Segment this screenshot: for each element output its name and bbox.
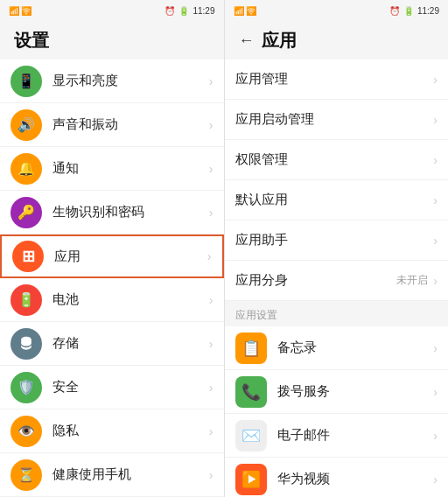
app-helper-label: 应用助手	[235, 232, 434, 248]
signal-icon: 📶	[9, 6, 19, 16]
app-item-email[interactable]: ✉️ 电子邮件 ›	[225, 414, 449, 458]
battery-arrow: ›	[209, 293, 214, 307]
storage-arrow: ›	[209, 337, 214, 351]
permission-label: 权限管理	[235, 151, 434, 168]
video-label: 华为视频	[277, 471, 434, 487]
wifi-icon: 🛜	[21, 6, 32, 16]
privacy-arrow: ›	[209, 424, 214, 438]
right-time: 11:29	[417, 6, 439, 16]
settings-item-sound[interactable]: 🔊 声音和振动 ›	[0, 103, 224, 147]
menu-item-permission[interactable]: 权限管理 ›	[225, 140, 449, 180]
sound-arrow: ›	[209, 118, 214, 132]
menu-item-app-manage[interactable]: 应用管理 ›	[225, 60, 449, 100]
notification-label: 通知	[52, 160, 209, 177]
security-arrow: ›	[209, 381, 214, 395]
left-panel: 📶 🛜 ⏰ 🔋 11:29 设置 📱 显示和亮度 › 🔊 声音和振动 › 🔔 通…	[0, 0, 224, 497]
display-arrow: ›	[209, 74, 214, 88]
sound-label: 声音和振动	[52, 116, 209, 133]
email-arrow: ›	[433, 429, 438, 443]
app-clone-badge: 未开启	[396, 273, 428, 288]
notes-icon: 📋	[235, 332, 267, 364]
settings-item-notification[interactable]: 🔔 通知 ›	[0, 147, 224, 191]
apps-arrow: ›	[207, 249, 212, 263]
left-status-signal: 📶 🛜	[9, 6, 32, 16]
app-item-video[interactable]: ▶️ 华为视频 ›	[225, 458, 449, 497]
display-label: 显示和亮度	[52, 73, 209, 89]
health-icon: ⏳	[10, 459, 42, 491]
biometric-arrow: ›	[209, 206, 214, 220]
email-label: 电子邮件	[277, 427, 434, 444]
dialer-label: 拨号服务	[277, 383, 434, 400]
right-battery-icon: 🔋	[403, 6, 414, 16]
privacy-icon: 👁️	[10, 416, 42, 447]
app-clone-label: 应用分身	[235, 272, 397, 289]
sound-icon: 🔊	[10, 109, 42, 141]
left-title: 设置	[14, 29, 49, 52]
default-app-arrow: ›	[433, 193, 438, 207]
right-status-right: ⏰ 🔋 11:29	[389, 6, 439, 16]
settings-item-apps[interactable]: ⊞ 应用 ›	[0, 234, 224, 278]
app-launch-arrow: ›	[433, 113, 438, 127]
app-clone-arrow: ›	[433, 274, 438, 288]
display-icon: 📱	[10, 66, 42, 97]
apps-icon: ⊞	[12, 241, 44, 272]
storage-icon	[10, 328, 42, 360]
settings-item-battery[interactable]: 🔋 电池 ›	[0, 278, 224, 322]
right-wifi-icon: 🛜	[246, 6, 256, 16]
right-panel: 📶 🛜 ⏰ 🔋 11:29 ← 应用 应用管理 › 应用启动管理 › 权限管理 …	[225, 0, 449, 497]
app-manage-label: 应用管理	[235, 71, 434, 88]
permission-arrow: ›	[433, 153, 438, 167]
dialer-icon: 📞	[235, 376, 267, 408]
left-status-right: ⏰ 🔋 11:29	[164, 6, 214, 16]
app-launch-label: 应用启动管理	[235, 111, 434, 128]
right-header: ← 应用	[225, 21, 449, 60]
settings-item-display[interactable]: 📱 显示和亮度 ›	[0, 60, 224, 103]
biometric-label: 生物识别和密码	[52, 204, 209, 220]
biometric-icon: 🔑	[10, 197, 42, 228]
menu-item-app-launch[interactable]: 应用启动管理 ›	[225, 100, 449, 140]
app-settings-section-label: 应用设置	[225, 301, 449, 326]
app-item-dialer[interactable]: 📞 拨号服务 ›	[225, 370, 449, 414]
default-app-label: 默认应用	[235, 192, 434, 208]
security-icon: 🛡️	[10, 372, 42, 403]
notification-arrow: ›	[209, 162, 214, 176]
notes-arrow: ›	[433, 341, 438, 355]
battery-icon-item: 🔋	[10, 284, 42, 316]
battery-label: 电池	[52, 291, 209, 308]
menu-item-app-clone[interactable]: 应用分身 未开启 ›	[225, 261, 449, 301]
health-label: 健康使用手机	[52, 466, 209, 483]
right-status-bar: 📶 🛜 ⏰ 🔋 11:29	[225, 0, 449, 21]
dialer-arrow: ›	[433, 385, 438, 399]
settings-item-biometric[interactable]: 🔑 生物识别和密码 ›	[0, 191, 224, 234]
right-signal-icon: 📶	[234, 6, 244, 16]
battery-icon: 🔋	[178, 6, 189, 16]
video-icon: ▶️	[235, 464, 267, 495]
security-label: 安全	[52, 379, 209, 396]
notes-label: 备忘录	[277, 340, 434, 356]
notification-icon: 🔔	[10, 153, 42, 185]
alarm-icon: ⏰	[164, 6, 175, 16]
right-alarm-icon: ⏰	[389, 6, 400, 16]
settings-item-storage[interactable]: 存储 ›	[0, 322, 224, 366]
left-header: 设置	[0, 21, 224, 60]
left-status-bar: 📶 🛜 ⏰ 🔋 11:29	[0, 0, 224, 21]
app-item-notes[interactable]: 📋 备忘录 ›	[225, 326, 449, 370]
settings-item-privacy[interactable]: 👁️ 隐私 ›	[0, 410, 224, 453]
right-menu-list: 应用管理 › 应用启动管理 › 权限管理 › 默认应用 › 应用助手 › 应用分…	[225, 60, 449, 497]
back-button[interactable]: ←	[239, 32, 255, 50]
settings-item-health[interactable]: ⏳ 健康使用手机 ›	[0, 453, 224, 497]
menu-item-default-app[interactable]: 默认应用 ›	[225, 180, 449, 220]
settings-list: 📱 显示和亮度 › 🔊 声音和振动 › 🔔 通知 › 🔑 生物识别和密码 › ⊞…	[0, 60, 224, 497]
left-time: 11:29	[192, 6, 214, 16]
apps-label: 应用	[54, 248, 207, 265]
video-arrow: ›	[433, 472, 438, 486]
storage-label: 存储	[52, 335, 209, 352]
privacy-label: 隐私	[52, 423, 209, 439]
health-arrow: ›	[209, 468, 214, 482]
right-title: 应用	[262, 29, 297, 52]
app-manage-arrow: ›	[433, 73, 438, 87]
email-icon: ✉️	[235, 420, 267, 452]
app-helper-arrow: ›	[433, 234, 438, 248]
menu-item-app-helper[interactable]: 应用助手 ›	[225, 220, 449, 261]
settings-item-security[interactable]: 🛡️ 安全 ›	[0, 366, 224, 410]
